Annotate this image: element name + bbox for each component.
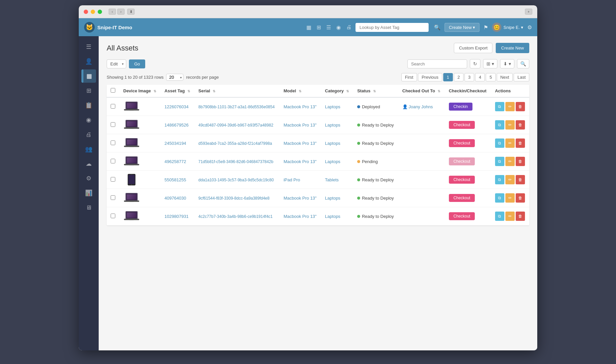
serial-link[interactable]: 8b7908bb-1101-3b27-a3a1-86d5536e0854: [198, 105, 275, 109]
assets-icon[interactable]: ▦: [306, 24, 311, 31]
model-link[interactable]: Macbook Pro 13": [283, 214, 316, 219]
serial-link[interactable]: dda1a103-1495-3c57-9ba3-9d5c5dc19c80: [198, 178, 274, 182]
select-all-checkbox[interactable]: [111, 88, 115, 93]
maximize-button[interactable]: [98, 10, 102, 14]
last-page-button[interactable]: Last: [514, 73, 529, 81]
sidebar-item-uploads[interactable]: ☁: [81, 157, 96, 170]
asset-tag-header[interactable]: Asset Tag ⇅: [160, 85, 194, 97]
asset-tag-link[interactable]: 550581255: [164, 177, 186, 182]
serial-link[interactable]: 49cd0487-0994-39d6-b967-b93f57a48982: [198, 123, 273, 128]
copy-button[interactable]: ⧉: [495, 212, 504, 221]
asset-tag-link[interactable]: 245034194: [164, 141, 186, 146]
close-button[interactable]: [84, 10, 88, 14]
checkout-button[interactable]: Checkout: [449, 121, 475, 129]
share-icon[interactable]: ⚙: [527, 24, 532, 31]
sidebar-item-accessories[interactable]: 📋: [81, 99, 96, 112]
sidebar-item-assets[interactable]: ▦: [81, 69, 96, 83]
delete-button[interactable]: 🗑: [516, 212, 525, 221]
edit-button[interactable]: ✏: [505, 138, 515, 148]
go-button[interactable]: Go: [129, 59, 145, 68]
checkout-to-link[interactable]: Joany Johns: [409, 104, 433, 109]
brand[interactable]: 🐱 Snipe-IT Demo: [84, 22, 132, 33]
refresh-button[interactable]: ↻: [470, 59, 480, 68]
sidebar-item-settings[interactable]: ⚙: [81, 172, 96, 185]
print-icon[interactable]: 🖨: [346, 24, 352, 30]
page-2-button[interactable]: 2: [454, 73, 463, 81]
asset-tag-link[interactable]: 1029807931: [164, 214, 188, 219]
category-link[interactable]: Laptops: [325, 196, 340, 201]
row-checkbox[interactable]: [111, 104, 115, 109]
next-page-button[interactable]: Next: [497, 73, 513, 81]
row-checkbox[interactable]: [111, 177, 115, 182]
delete-button[interactable]: 🗑: [516, 102, 525, 111]
custom-export-button[interactable]: Custom Export: [454, 43, 492, 53]
grid-icon[interactable]: ⊞: [317, 24, 321, 31]
page-4-button[interactable]: 4: [475, 73, 485, 81]
asset-tag-link[interactable]: 1226076034: [164, 104, 188, 109]
category-link[interactable]: Laptops: [325, 141, 340, 146]
minimize-button[interactable]: [91, 10, 95, 14]
asset-tag-link[interactable]: 1486679526: [164, 123, 188, 128]
page-5-button[interactable]: 5: [486, 73, 495, 81]
edit-button[interactable]: ✏: [505, 102, 515, 111]
forward-button[interactable]: ›: [117, 9, 125, 15]
checkout-button[interactable]: Checkout: [449, 212, 475, 220]
model-link[interactable]: Macbook Pro 13": [283, 123, 316, 128]
copy-button[interactable]: ⧉: [495, 102, 504, 111]
delete-button[interactable]: 🗑: [516, 175, 525, 184]
category-header[interactable]: Category ⇅: [321, 85, 353, 97]
checkin-button[interactable]: Checkin: [449, 103, 472, 111]
model-header[interactable]: Model ⇅: [279, 85, 321, 97]
new-tab-button[interactable]: +: [525, 9, 532, 15]
model-link[interactable]: Macbook Pro 13": [283, 159, 316, 164]
checkout-button[interactable]: Checkout: [449, 139, 475, 147]
delete-button[interactable]: 🗑: [516, 138, 525, 148]
serial-link[interactable]: 71d5b81f-c5e8-3496-82d6-04684737842b: [198, 159, 273, 164]
row-checkbox[interactable]: [111, 159, 115, 163]
delete-button[interactable]: 🗑: [516, 120, 525, 130]
edit-button[interactable]: ✏: [505, 120, 515, 130]
copy-button[interactable]: ⧉: [495, 157, 504, 166]
copy-button[interactable]: ⧉: [495, 175, 504, 184]
row-checkbox[interactable]: [111, 214, 115, 218]
page-1-button[interactable]: 1: [443, 73, 453, 81]
per-page-select[interactable]: 20 50 100: [166, 74, 183, 81]
edit-select[interactable]: Edit: [107, 59, 126, 68]
row-checkbox[interactable]: [111, 122, 115, 127]
create-new-main-button[interactable]: Create New: [496, 43, 529, 53]
sidebar-item-users[interactable]: 👥: [81, 142, 96, 156]
serial-link[interactable]: 9cf61544-f83f-3309-8dcc-6a9a389fd4e8: [198, 196, 269, 201]
first-page-button[interactable]: First: [401, 73, 417, 81]
back-button[interactable]: ‹: [109, 9, 116, 15]
checkout-button[interactable]: Checkout: [449, 194, 475, 202]
model-link[interactable]: iPad Pro: [283, 177, 300, 182]
serial-link[interactable]: d593eabd-7ca2-355a-a28d-f21c4af7998a: [198, 141, 272, 146]
export-button[interactable]: ⬇ ▾: [500, 59, 514, 68]
page-3-button[interactable]: 3: [464, 73, 474, 81]
navbar-create-new-button[interactable]: Create New ▾: [445, 23, 479, 32]
model-link[interactable]: Macbook Pro 13": [283, 104, 316, 109]
checkout-button[interactable]: Checkout: [449, 176, 475, 184]
copy-button[interactable]: ⧉: [495, 120, 504, 130]
serial-link[interactable]: 4c2c77b7-340b-3a4b-98b6-ce9b1914f4c1: [198, 214, 273, 219]
sidebar-item-licenses[interactable]: ⊞: [81, 84, 96, 97]
delete-button[interactable]: 🗑: [516, 157, 525, 166]
sidebar-item-display[interactable]: 🖥: [81, 201, 96, 214]
edit-button[interactable]: ✏: [505, 193, 515, 203]
category-link[interactable]: Laptops: [325, 214, 340, 219]
serial-header[interactable]: Serial ⇅: [194, 85, 279, 97]
sidebar-item-consumables[interactable]: ◉: [81, 113, 96, 127]
checkout-muted-button[interactable]: Checkout: [449, 157, 475, 165]
row-checkbox[interactable]: [111, 140, 115, 145]
columns-button[interactable]: ⊞ ▾: [483, 59, 497, 68]
navbar-search-icon[interactable]: 🔍: [434, 24, 441, 31]
drop-icon[interactable]: ◉: [336, 24, 341, 31]
search-input[interactable]: [407, 59, 467, 68]
sidebar-item-components[interactable]: 🖨: [81, 128, 96, 141]
category-link[interactable]: Tablets: [325, 177, 339, 182]
row-checkbox[interactable]: [111, 195, 115, 200]
edit-button[interactable]: ✏: [505, 157, 515, 166]
category-link[interactable]: Laptops: [325, 159, 340, 164]
checked-out-to-header[interactable]: Checked Out To ⇅: [398, 85, 445, 97]
sidebar-item-dashboard[interactable]: 👤: [81, 55, 96, 68]
